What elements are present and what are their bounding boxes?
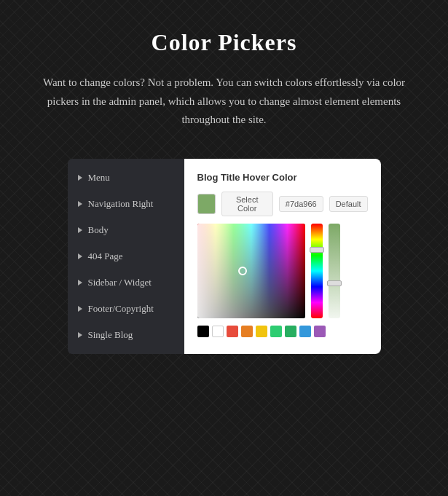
sidebar-item-sidebar-widget[interactable]: Sidebar / Widget [68,269,184,296]
color-picker-panel: Blog Title Hover Color Select Color #7da… [184,159,381,354]
color-picker-title: Blog Title Hover Color [197,172,368,183]
color-swatches [197,326,368,337]
sidebar-item-label: Single Blog [88,329,133,341]
sidebar-item-label: Footer/Copyright [88,303,154,315]
gradient-inner [197,224,305,318]
arrow-icon [78,306,82,312]
color-picker-gradient-area [197,224,368,318]
sidebar-item-label: Navigation Right [88,198,154,210]
sidebar-item-label: 404 Page [88,251,123,262]
sidebar-item-menu[interactable]: Menu [68,165,184,191]
sidebar-item-single-blog[interactable]: Single Blog [68,322,184,348]
gradient-cursor [238,267,247,275]
gradient-canvas[interactable] [197,224,305,318]
default-button[interactable]: Default [329,196,368,212]
swatch-red[interactable] [227,326,238,337]
arrow-icon [78,227,82,233]
sidebar-item-404[interactable]: 404 Page [68,243,184,269]
hex-value: #7da966 [279,196,323,212]
sidebar-item-label: Sidebar / Widget [88,277,152,288]
arrow-icon [78,201,82,207]
swatch-orange[interactable] [241,326,253,337]
sidebar-item-label: Menu [88,172,110,184]
select-color-button[interactable]: Select Color [221,192,273,216]
arrow-icon [78,175,82,181]
page-title: Color Pickers [152,29,297,56]
swatch-green[interactable] [285,326,296,337]
opacity-slider[interactable] [329,224,340,318]
arrow-icon [78,332,82,338]
sidebar-item-navigation-right[interactable]: Navigation Right [68,191,184,217]
color-picker-controls: Select Color #7da966 Default [197,192,368,216]
color-swatch[interactable] [197,194,216,214]
hue-slider[interactable] [311,224,323,318]
ui-panel: Menu Navigation Right Body 404 Page Side… [68,159,381,354]
swatch-black[interactable] [197,326,209,337]
arrow-icon [78,280,82,286]
sidebar-item-footer-copyright[interactable]: Footer/Copyright [68,296,184,322]
swatch-yellow[interactable] [256,326,267,337]
sidebar-item-label: Body [88,224,109,236]
opacity-slider-thumb [327,280,342,286]
page-description: Want to change colors? Not a problem. Yo… [42,74,406,130]
swatch-green-light[interactable] [270,326,282,337]
swatch-blue[interactable] [299,326,311,337]
swatch-purple[interactable] [314,326,326,337]
sidebar: Menu Navigation Right Body 404 Page Side… [68,159,184,354]
swatch-white[interactable] [212,326,224,337]
hue-slider-thumb [310,247,324,253]
arrow-icon [78,253,82,259]
sidebar-item-body[interactable]: Body [68,217,184,243]
